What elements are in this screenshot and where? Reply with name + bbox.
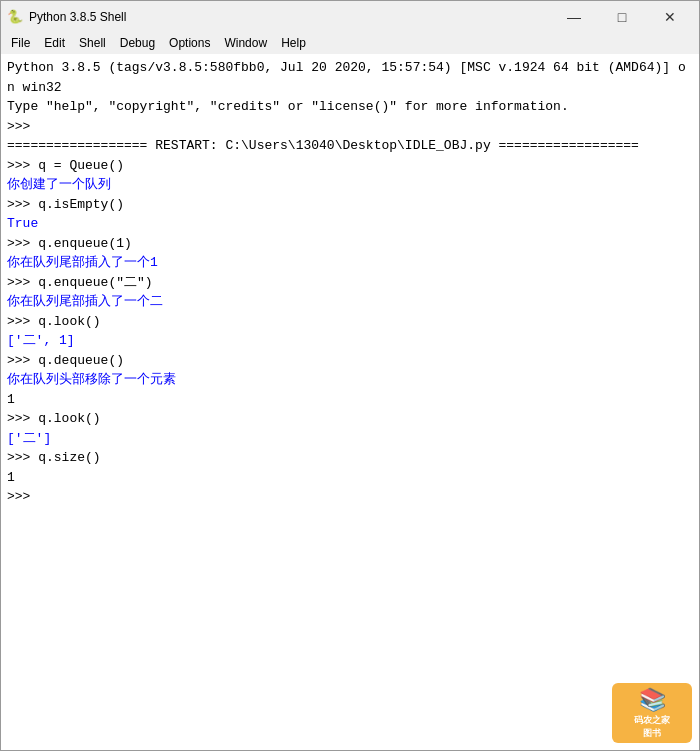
shell-line: 你在队列尾部插入了一个二 (7, 292, 693, 312)
menu-bar: FileEditShellDebugOptionsWindowHelp (0, 32, 700, 54)
shell-line: 1 (7, 390, 693, 410)
shell-line: >>> q.look() (7, 312, 693, 332)
minimize-button[interactable]: — (551, 5, 597, 29)
menu-item-options[interactable]: Options (163, 35, 216, 51)
title-bar-left: 🐍 Python 3.8.5 Shell (7, 9, 126, 25)
shell-line: 你创建了一个队列 (7, 175, 693, 195)
watermark-box: 📚 码农之家 图书 (612, 683, 692, 743)
close-button[interactable]: ✕ (647, 5, 693, 29)
watermark-text2: 图书 (643, 727, 661, 740)
shell-line: >>> q = Queue() (7, 156, 693, 176)
title-controls[interactable]: — □ ✕ (551, 5, 693, 29)
shell-line: 你在队列头部移除了一个元素 (7, 370, 693, 390)
menu-item-window[interactable]: Window (218, 35, 273, 51)
shell-line: >>> q.size() (7, 448, 693, 468)
shell-line: 1 (7, 468, 693, 488)
title-bar: 🐍 Python 3.8.5 Shell — □ ✕ (0, 0, 700, 32)
shell-line: ================== RESTART: C:\Users\130… (7, 136, 693, 156)
maximize-button[interactable]: □ (599, 5, 645, 29)
shell-line: 你在队列尾部插入了一个1 (7, 253, 693, 273)
menu-item-file[interactable]: File (5, 35, 36, 51)
shell-line: >>> q.enqueue(1) (7, 234, 693, 254)
menu-item-help[interactable]: Help (275, 35, 312, 51)
shell-line: Type "help", "copyright", "credits" or "… (7, 97, 693, 117)
shell-line: True (7, 214, 693, 234)
shell-line: ['二', 1] (7, 331, 693, 351)
shell-area[interactable]: Python 3.8.5 (tags/v3.8.5:580fbb0, Jul 2… (0, 54, 700, 751)
watermark-text1: 码农之家 (634, 714, 670, 727)
shell-line: Python 3.8.5 (tags/v3.8.5:580fbb0, Jul 2… (7, 58, 693, 97)
window-title: Python 3.8.5 Shell (29, 10, 126, 24)
shell-line: >>> q.enqueue("二") (7, 273, 693, 293)
menu-item-edit[interactable]: Edit (38, 35, 71, 51)
shell-line: >>> q.look() (7, 409, 693, 429)
shell-line: >>> (7, 117, 693, 137)
menu-item-debug[interactable]: Debug (114, 35, 161, 51)
shell-line: >>> q.dequeue() (7, 351, 693, 371)
shell-line: >>> q.isEmpty() (7, 195, 693, 215)
watermark: 📚 码农之家 图书 (612, 683, 692, 743)
shell-line: >>> (7, 487, 693, 507)
app-icon: 🐍 (7, 9, 23, 25)
menu-item-shell[interactable]: Shell (73, 35, 112, 51)
shell-line: ['二'] (7, 429, 693, 449)
